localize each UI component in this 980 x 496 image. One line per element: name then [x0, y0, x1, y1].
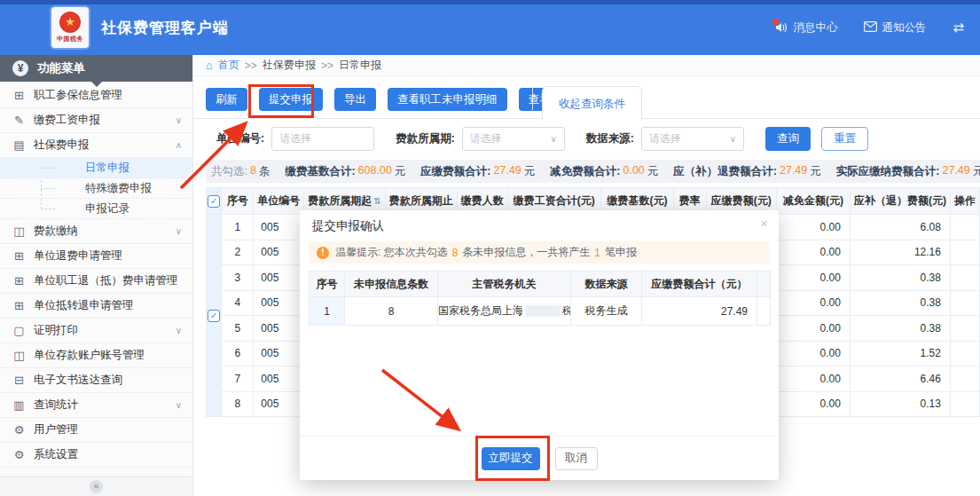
message-center-label: 消息中心: [793, 20, 837, 35]
cell-seq: 7: [222, 366, 254, 392]
query-select[interactable]: 请选择∨: [462, 127, 565, 151]
query-input[interactable]: 请选择: [271, 127, 374, 151]
sidebar-item[interactable]: ◫费款缴纳∨: [0, 219, 192, 244]
modal-column-header: 主管税务机关: [438, 272, 571, 297]
toolbar-button[interactable]: 查看职工未申报明细: [388, 88, 507, 111]
query-field-label: 单位编号:: [216, 131, 264, 146]
sidebar-item[interactable]: ⊟电子文书送达查询: [0, 368, 192, 393]
sidebar-item-label: 缴费工资申报: [34, 113, 100, 128]
summary-label: 实际应缴纳费额合计:: [836, 164, 940, 179]
query-select[interactable]: 请选择∨: [641, 127, 744, 151]
select-all-checkbox[interactable]: [208, 195, 220, 208]
summary-item: 缴费基数合计:608.00元: [285, 164, 405, 179]
sidebar-item[interactable]: ◫单位存款账户账号管理: [0, 343, 192, 368]
topbar: ★ 中国税务 社保费管理客户端 消息中心 通知公告 ⇄: [0, 0, 980, 55]
authority-prefix: 国家税务总局上海: [438, 304, 523, 317]
chevron-down-icon: ∨: [176, 400, 182, 410]
modal-footer: 立即提交 取消: [300, 436, 779, 480]
search-button[interactable]: 查询: [765, 127, 811, 151]
switch-icon[interactable]: ⇄: [953, 20, 964, 35]
edit-icon: ✎: [12, 114, 26, 127]
close-icon[interactable]: ×: [760, 217, 768, 230]
reset-button[interactable]: 重置: [821, 127, 868, 151]
cell-action-clipped: [950, 341, 979, 366]
sidebar-header-label: 功能菜单: [37, 60, 85, 76]
notice-button[interactable]: 通知公告: [864, 20, 926, 35]
modal-table: 序号未申报信息条数主管税务机关数据来源应缴费额合计（元）18国家税务总局上海税务…: [309, 271, 770, 326]
submit-declare-button[interactable]: 提交申报: [259, 88, 323, 111]
modal-column-header: 应缴费额合计（元）: [642, 272, 757, 297]
warning-icon: !: [317, 247, 329, 259]
sort-icon[interactable]: ⇅: [373, 196, 380, 206]
sidebar-item[interactable]: ⊞单位职工退（抵）费申请管理: [0, 269, 192, 294]
sidebar-item-label: 单位退费申请管理: [34, 248, 122, 264]
breadcrumb-item-current: 日常申报: [339, 58, 381, 73]
cell-unit-no: 005: [254, 240, 304, 265]
sidebar-item[interactable]: ✎缴费工资申报∨: [0, 108, 192, 133]
redacted-block: [525, 305, 561, 317]
app-title: 社保费管理客户端: [101, 18, 229, 38]
sidebar-item[interactable]: ▢证明打印∨: [0, 319, 192, 343]
envelope-icon: [864, 21, 877, 35]
cell-reduction: 0.00: [776, 290, 850, 316]
toolbar-button[interactable]: 导出: [334, 88, 376, 111]
sidebar-subitem[interactable]: 特殊缴费申报: [0, 178, 192, 199]
summary-value: 27.49: [780, 164, 807, 179]
sidebar-item[interactable]: ⚙用户管理: [0, 418, 192, 443]
summary-item: 减免费额合计:0.00元: [550, 164, 658, 179]
sidebar-subitem[interactable]: 申报记录: [0, 199, 192, 219]
cell-seq: 8: [222, 391, 254, 417]
sidebar-item[interactable]: ▤社保费申报∧: [0, 133, 192, 158]
submit-now-button[interactable]: 立即提交: [482, 447, 540, 470]
summary-unit: 元: [810, 164, 821, 179]
speaker-icon: [775, 21, 788, 34]
grid-icon: ⊞: [12, 274, 26, 287]
summary-value: 27.49: [942, 164, 969, 179]
cell-reduction: 0.00: [776, 391, 850, 417]
sidebar-item[interactable]: ⊞职工参保信息管理: [0, 83, 192, 108]
summary-unit: 元: [973, 164, 980, 179]
gear-icon: ⚙: [12, 448, 26, 461]
cell-action-clipped: [950, 391, 979, 417]
placeholder-text: 请选择: [279, 131, 366, 146]
modal-cell-amount: 27.49: [642, 297, 757, 326]
grid-icon: ⊞: [12, 89, 26, 102]
submit-confirm-modal: 提交申报确认 × ! 温馨提示: 您本次共勾选 8 条未申报信息，一共将产生 1…: [300, 210, 779, 480]
chevron-down-icon: ∨: [176, 226, 182, 236]
modal-tip: ! 温馨提示: 您本次共勾选 8 条未申报信息，一共将产生 1 笔申报: [309, 241, 770, 264]
cell-reduction: 0.00: [776, 215, 850, 240]
sidebar-item[interactable]: ▥查询统计∨: [0, 393, 192, 418]
summary-item: 应缴费额合计:27.49元: [420, 164, 535, 179]
collapse-query-tab[interactable]: 收起查询条件: [542, 86, 642, 121]
tip-text-prefix: 温馨提示: 您本次共勾选: [335, 245, 448, 260]
card-icon: ◫: [12, 224, 26, 238]
summary-label: 减免费额合计:: [550, 164, 620, 179]
breadcrumb: ⌂ 首页 >> 社保费申报 >> 日常申报: [193, 55, 980, 76]
row-group-checkbox[interactable]: [208, 310, 220, 322]
grid-icon: ⊞: [12, 299, 26, 312]
sidebar-submenu: 日常申报特殊缴费申报申报记录: [0, 158, 192, 219]
cell-reduction: 0.00: [776, 316, 850, 342]
sidebar-item[interactable]: ⊞单位退费申请管理: [0, 244, 192, 269]
cell-seq: 3: [222, 265, 254, 291]
sidebar-item-label: 社保费申报: [34, 138, 90, 153]
notice-label: 通知公告: [882, 20, 926, 35]
sidebar-item[interactable]: ⚙系统设置: [0, 443, 192, 468]
cell-unit-no: 005: [254, 316, 304, 342]
sidebar-collapse-button[interactable]: «: [90, 480, 103, 493]
form-icon: ▤: [12, 138, 26, 152]
modal-header-filler: [757, 272, 771, 297]
message-center-button[interactable]: 消息中心: [775, 20, 837, 35]
sidebar-item-label: 职工参保信息管理: [34, 88, 122, 103]
doc-icon: ▢: [12, 324, 26, 337]
sidebar-subitem-active[interactable]: 日常申报: [0, 158, 192, 178]
cell-refund: 6.46: [850, 366, 950, 392]
toolbar-button[interactable]: 刷新: [206, 88, 247, 111]
column-header: 序号: [222, 188, 254, 215]
summary-value: 608.00: [358, 164, 392, 179]
breadcrumb-home[interactable]: 首页: [218, 58, 239, 73]
sidebar-item[interactable]: ⊞单位抵转退申请管理: [0, 294, 192, 319]
modal-cell-source: 税务生成: [571, 297, 642, 326]
national-emblem-icon: ★: [59, 12, 81, 33]
cancel-button[interactable]: 取消: [555, 447, 598, 470]
